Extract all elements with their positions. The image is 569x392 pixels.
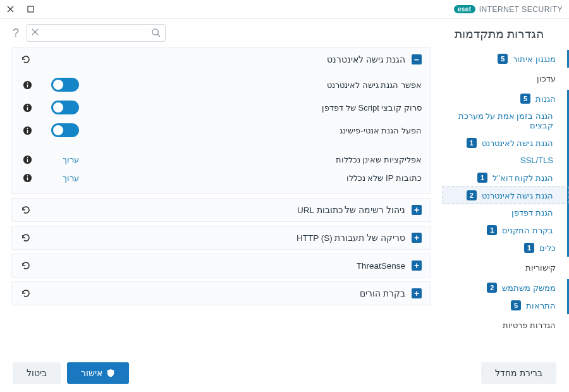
svg-point-4 (27, 82, 28, 83)
collapse-icon[interactable]: – (412, 54, 422, 64)
svg-point-16 (27, 175, 28, 176)
svg-point-7 (27, 105, 28, 106)
section-header[interactable]: +בקרת הורים (12, 282, 431, 305)
setting-control (41, 78, 79, 92)
badge: 1 (467, 138, 477, 148)
sidebar-item-0[interactable]: מנגנון איתור5 (443, 50, 569, 68)
svg-rect-15 (27, 178, 28, 181)
sidebar-item-3[interactable]: הגנה בזמן אמת על מערכת קבצים (443, 107, 569, 134)
info-icon[interactable] (21, 103, 32, 113)
setting-label: הפעל הגנת אנטי-פישינג (88, 126, 422, 135)
sidebar-item-label: בקרת התקנים (502, 226, 553, 235)
edit-link[interactable]: ערוך (63, 155, 79, 164)
sidebar-item-label: הגנת גישה לאינטרנט (482, 191, 553, 200)
setting-row: כתובות IP שלא נכללוערוך (21, 169, 422, 187)
expand-icon[interactable]: + (412, 288, 422, 298)
info-icon[interactable] (21, 155, 32, 164)
sidebar-item-label: התראות (526, 301, 556, 310)
setting-label: סרוק קובצי Script של דפדפן (88, 103, 422, 113)
section-header[interactable]: +סריקה של תעבורת HTTP (S)‎ (12, 226, 431, 249)
sidebar: מנגנון איתור5עדכוןהגנות5הגנה בזמן אמת על… (443, 47, 569, 383)
svg-rect-6 (27, 107, 28, 110)
search-icon (151, 28, 161, 37)
sidebar-item-label: קישוריות (525, 263, 556, 273)
sidebar-item-label: הגנת גישה לאינטרנט (482, 138, 553, 148)
revert-icon[interactable] (21, 233, 31, 243)
svg-rect-3 (27, 84, 28, 87)
info-icon[interactable] (21, 126, 32, 135)
section-header[interactable]: –הגנת גישה לאינטרנט (12, 48, 431, 71)
badge: 1 (524, 243, 534, 253)
content: –הגנת גישה לאינטרנטאפשר הגנת גישה לאינטר… (0, 47, 443, 383)
cancel-button[interactable]: ביטול (13, 362, 61, 384)
sidebar-item-2[interactable]: הגנות5 (443, 90, 569, 107)
info-icon[interactable] (21, 80, 32, 90)
setting-row: אפשר הגנת גישה לאינטרנט (21, 73, 422, 96)
setting-control: ערוך (41, 173, 79, 183)
expand-icon[interactable]: + (412, 260, 422, 271)
help-icon[interactable]: ? (13, 27, 19, 40)
sidebar-item-10[interactable]: כלים1 (443, 239, 569, 257)
section-title: ThreatSense (37, 261, 405, 271)
sidebar-item-8[interactable]: הגנת דפדפן (443, 204, 569, 221)
default-button[interactable]: ברירת מחדל (481, 362, 556, 384)
sidebar-item-12[interactable]: ממשק משתמש2 (443, 279, 569, 297)
section-body: אפשר הגנת גישה לאינטרנטסרוק קובצי Script… (12, 71, 431, 193)
page-title: הגדרות מתקדמות (455, 27, 544, 41)
edit-link[interactable]: ערוך (63, 173, 79, 183)
sidebar-item-14[interactable]: הגדרות פרטיות (443, 314, 569, 336)
section-title: סריקה של תעבורת HTTP (S)‎ (37, 233, 405, 243)
sidebar-item-label: כלים (539, 243, 556, 253)
expand-icon[interactable]: + (412, 205, 422, 215)
sidebar-item-label: הגדרות פרטיות (503, 321, 556, 330)
badge: 5 (511, 300, 521, 310)
svg-point-13 (27, 157, 28, 158)
search-input[interactable] (27, 24, 166, 42)
section-header[interactable]: +ThreatSense (12, 254, 431, 277)
revert-icon[interactable] (21, 288, 31, 298)
setting-row: אפליקציות שאינן נכללותערוך (21, 150, 422, 169)
sidebar-item-label: הגנת דפדפן (511, 208, 553, 217)
toggle-switch[interactable] (51, 101, 79, 114)
window-controls (6, 6, 34, 13)
sidebar-item-7[interactable]: הגנת גישה לאינטרנט2 (443, 187, 569, 204)
revert-icon[interactable] (21, 54, 31, 64)
info-icon[interactable] (21, 173, 32, 183)
badge: 2 (467, 190, 477, 200)
sidebar-item-4[interactable]: הגנת גישה לאינטרנט1 (443, 134, 569, 152)
section-title: הגנת גישה לאינטרנט (37, 54, 405, 64)
setting-control (41, 123, 79, 137)
sidebar-item-9[interactable]: בקרת התקנים1 (443, 221, 569, 239)
search-clear-icon[interactable] (32, 28, 39, 35)
sidebar-item-6[interactable]: הגנת לקוח דוא"ל1 (443, 169, 569, 187)
badge: 5 (498, 54, 508, 64)
brand: eset INTERNET SECURITY (454, 5, 563, 14)
toggle-switch[interactable] (51, 123, 79, 137)
sidebar-item-13[interactable]: התראות5 (443, 297, 569, 314)
ok-button[interactable]: אישור (67, 362, 129, 384)
expand-icon[interactable]: + (412, 233, 422, 243)
svg-point-1 (152, 29, 158, 35)
section-header[interactable]: +ניהול רשימה של כתובות URL (12, 199, 431, 221)
sidebar-item-11[interactable]: קישוריות (443, 257, 569, 279)
sidebar-item-label: הגנות (535, 94, 556, 104)
revert-icon[interactable] (21, 205, 31, 215)
badge: 2 (487, 283, 497, 293)
section-title: בקרת הורים (37, 288, 405, 298)
setting-label: כתובות IP שלא נכללו (88, 173, 422, 183)
section-1: +ניהול רשימה של כתובות URL (11, 198, 431, 222)
revert-icon[interactable] (21, 260, 31, 271)
setting-row: סרוק קובצי Script של דפדפן (21, 96, 422, 119)
section-title: ניהול רשימה של כתובות URL (37, 205, 405, 215)
shield-icon (106, 369, 115, 377)
sidebar-item-1[interactable]: עדכון (443, 68, 569, 90)
setting-label: אפליקציות שאינן נכללות (88, 155, 422, 164)
close-icon[interactable] (6, 6, 14, 13)
sidebar-item-5[interactable]: SSL/TLS (443, 152, 569, 169)
titlebar: eset INTERNET SECURITY (0, 0, 569, 19)
toggle-switch[interactable] (51, 78, 79, 92)
svg-rect-12 (27, 159, 28, 162)
maximize-icon[interactable] (27, 6, 34, 13)
section-3: +ThreatSense (11, 254, 431, 278)
search-field[interactable] (27, 24, 166, 42)
